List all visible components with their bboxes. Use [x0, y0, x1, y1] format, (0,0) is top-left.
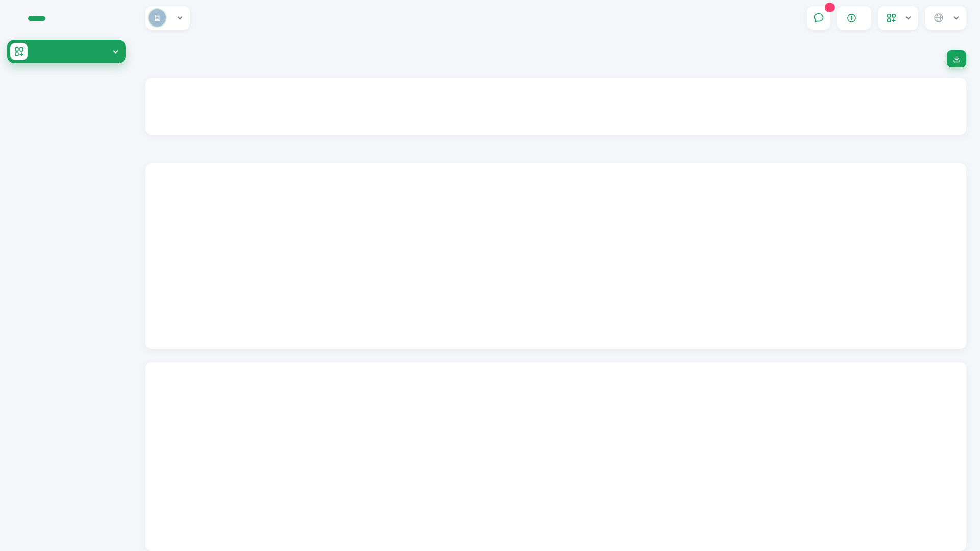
language-selector[interactable] [925, 6, 966, 30]
chevron-down-icon [113, 48, 118, 53]
app-window [0, 0, 980, 551]
grid-plus-icon [10, 43, 28, 60]
chevron-down-icon [954, 15, 959, 20]
create-workspace-button[interactable] [837, 6, 871, 30]
page-header [145, 44, 966, 67]
topbar-right [807, 6, 966, 30]
workdo-menu-button[interactable] [878, 6, 918, 30]
download-report-button[interactable] [947, 50, 966, 67]
main-content [133, 0, 980, 551]
plus-circle-icon [846, 13, 857, 23]
globe-icon [933, 12, 944, 23]
topbar [145, 0, 966, 36]
logo-dash-icon [28, 16, 45, 21]
download-icon [952, 55, 961, 63]
chat-icon [813, 12, 825, 24]
sidebar-menu [0, 36, 133, 63]
chart-card [145, 163, 966, 349]
table-card [145, 362, 966, 551]
chevron-down-icon [906, 15, 911, 20]
chevron-down-icon [178, 15, 183, 20]
messages-button[interactable] [807, 6, 830, 30]
workspace-selector[interactable] [145, 6, 190, 30]
grid-plus-icon [886, 13, 896, 23]
filter-card [145, 78, 966, 135]
sidebar-item-accounting[interactable] [7, 40, 126, 63]
sidebar [0, 0, 133, 551]
dash-logo [29, 15, 45, 21]
logo[interactable] [0, 0, 133, 36]
workspace-avatar [149, 9, 166, 27]
notification-badge [825, 3, 835, 12]
